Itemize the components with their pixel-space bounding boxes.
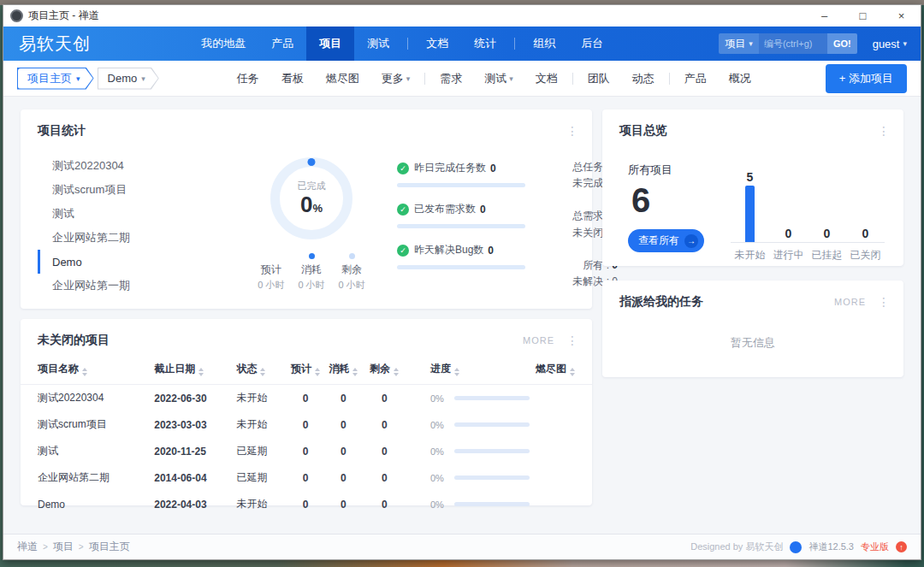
sort-icon bbox=[315, 368, 320, 376]
nav-item-org[interactable]: 组织 bbox=[520, 27, 568, 61]
crumb-project-home[interactable]: 项目主页 ▾ bbox=[17, 68, 94, 90]
check-icon: ✓ bbox=[397, 162, 409, 174]
status-badge: 未开始 bbox=[236, 491, 286, 517]
list-item[interactable]: 测试 bbox=[38, 202, 233, 226]
toolbar-divider bbox=[669, 73, 670, 85]
more-link[interactable]: MORE bbox=[834, 297, 866, 307]
my-tasks-card: 指派给我的任务 MORE ⋮ 暂无信息 bbox=[602, 281, 903, 377]
list-item[interactable]: 企业网站第二期 bbox=[38, 226, 233, 250]
sort-icon bbox=[454, 368, 459, 376]
check-icon: ✓ bbox=[397, 245, 409, 257]
column-header[interactable]: 预计 bbox=[287, 357, 324, 385]
progress-bar bbox=[397, 183, 525, 187]
tab-story[interactable]: 需求 bbox=[429, 71, 473, 86]
card-title: 项目统计 bbox=[38, 123, 86, 139]
check-icon: ✓ bbox=[397, 204, 409, 216]
kebab-menu-icon[interactable]: ⋮ bbox=[878, 296, 890, 308]
progress-bar bbox=[454, 502, 530, 506]
nav-menu: 我的地盘 产品 项目 测试 文档 统计 组织 后台 bbox=[188, 27, 616, 61]
progress-bar bbox=[454, 422, 530, 427]
sort-icon bbox=[82, 368, 87, 376]
list-item[interactable]: 测试scrum项目 bbox=[38, 178, 233, 202]
search-input[interactable] bbox=[759, 33, 827, 54]
kebab-menu-icon[interactable]: ⋮ bbox=[566, 334, 578, 346]
metric-stories-released: ✓ 已发布需求数 0 bbox=[397, 202, 525, 228]
kebab-menu-icon[interactable]: ⋮ bbox=[878, 125, 890, 137]
footer-crumb[interactable]: 项目 bbox=[53, 540, 74, 554]
project-list: 测试20220304 测试scrum项目 测试 企业网站第二期 Demo 企业网… bbox=[38, 149, 233, 301]
bar-wait: 5 bbox=[731, 170, 769, 242]
table-row[interactable]: 测试 2020-11-25 已延期 0 0 0 0% bbox=[21, 438, 592, 464]
tab-task[interactable]: 任务 bbox=[226, 71, 270, 86]
table-row[interactable]: 测试scrum项目 2023-03-03 未开始 0 0 0 0% bbox=[21, 411, 592, 438]
status-badge: 未开始 bbox=[236, 385, 286, 412]
progress-bar bbox=[397, 265, 525, 269]
nav-item-doc[interactable]: 文档 bbox=[413, 27, 461, 61]
bar-closed: 0 bbox=[846, 227, 885, 242]
close-button[interactable]: × bbox=[882, 5, 921, 27]
progress-bar bbox=[454, 449, 530, 453]
more-link[interactable]: MORE bbox=[523, 335, 554, 346]
project-overview-card: 项目总览 ⋮ 所有项目 6 查看所有 → bbox=[602, 109, 903, 266]
tab-burndown[interactable]: 燃尽图 bbox=[315, 71, 370, 86]
zentao-logo-icon bbox=[790, 541, 802, 553]
tab-team[interactable]: 团队 bbox=[577, 71, 621, 86]
footer-crumb[interactable]: 禅道 bbox=[17, 540, 38, 554]
table-row[interactable]: Demo 2022-04-03 未开始 0 0 0 0% bbox=[21, 491, 592, 517]
chevron-down-icon: ▾ bbox=[509, 74, 513, 83]
tab-product[interactable]: 产品 bbox=[673, 71, 718, 86]
tab-kanban[interactable]: 看板 bbox=[270, 71, 315, 86]
tab-more[interactable]: 更多▾ bbox=[370, 71, 422, 86]
card-title: 未关闭的项目 bbox=[38, 333, 110, 348]
nav-item-project[interactable]: 项目 bbox=[306, 27, 354, 61]
column-header[interactable]: 项目名称 bbox=[21, 357, 154, 385]
column-header[interactable]: 燃尽图 bbox=[536, 357, 592, 385]
nav-item-admin[interactable]: 后台 bbox=[568, 27, 616, 61]
main-content: 项目统计 ⋮ 测试20220304 测试scrum项目 测试 企业网站第二期 D… bbox=[3, 97, 921, 534]
legend-dot bbox=[309, 253, 315, 259]
nav-item-stats[interactable]: 统计 bbox=[461, 27, 509, 61]
minimize-button[interactable]: – bbox=[805, 5, 844, 27]
list-item[interactable]: 企业网站第一期 bbox=[38, 274, 233, 298]
view-all-button[interactable]: 查看所有 → bbox=[628, 229, 704, 252]
project-status-bar-chart: 5 0 0 0 bbox=[731, 151, 885, 263]
nav-divider bbox=[407, 38, 408, 50]
toolbar-menu: 任务 看板 燃尽图 更多▾ 需求 测试▾ 文档 团队 动态 产品 概况 bbox=[226, 71, 762, 86]
tab-overview[interactable]: 概况 bbox=[718, 71, 762, 86]
table-row[interactable]: 测试20220304 2022-06-30 未开始 0 0 0 0% bbox=[21, 385, 592, 412]
go-button[interactable]: GO! bbox=[827, 33, 857, 54]
project-stats-card: 项目统计 ⋮ 测试20220304 测试scrum项目 测试 企业网站第二期 D… bbox=[21, 109, 592, 309]
footer-crumb[interactable]: 项目主页 bbox=[89, 540, 130, 554]
column-header[interactable]: 截止日期 bbox=[154, 357, 236, 385]
nav-item-test[interactable]: 测试 bbox=[354, 27, 402, 61]
titlebar: 项目主页 - 禅道 – □ × bbox=[3, 5, 921, 27]
chevron-down-icon: ▾ bbox=[406, 74, 411, 83]
donut-marker-dot bbox=[308, 158, 316, 166]
app-window: 项目主页 - 禅道 – □ × 易软天创 我的地盘 产品 项目 测试 文档 统计… bbox=[3, 4, 921, 560]
tab-doc[interactable]: 文档 bbox=[524, 71, 569, 86]
column-header[interactable]: 剩余 bbox=[363, 357, 406, 385]
tab-test[interactable]: 测试▾ bbox=[473, 71, 524, 86]
search-scope-dropdown[interactable]: 项目 ▾ bbox=[719, 33, 759, 54]
column-header[interactable]: 状态 bbox=[236, 357, 286, 385]
maximize-button[interactable]: □ bbox=[844, 5, 882, 27]
edition-link[interactable]: 专业版 bbox=[861, 540, 889, 553]
list-item-active[interactable]: Demo bbox=[38, 250, 233, 274]
column-header[interactable]: 消耗 bbox=[324, 357, 362, 385]
upgrade-icon[interactable]: ↑ bbox=[896, 541, 907, 552]
nav-item-product[interactable]: 产品 bbox=[258, 27, 306, 61]
bar bbox=[745, 186, 755, 242]
tab-dynamic[interactable]: 动态 bbox=[621, 71, 666, 86]
brand-logo[interactable]: 易软天创 bbox=[3, 32, 106, 56]
user-menu[interactable]: guest ▾ bbox=[873, 38, 907, 50]
add-project-button[interactable]: + 添加项目 bbox=[826, 64, 907, 93]
kebab-menu-icon[interactable]: ⋮ bbox=[566, 125, 578, 137]
sort-icon bbox=[198, 368, 204, 376]
toolbar-divider bbox=[572, 73, 573, 85]
crumb-current-project[interactable]: Demo ▾ bbox=[98, 68, 159, 90]
list-item[interactable]: 测试20220304 bbox=[38, 154, 233, 178]
version-label: 禅道12.5.3 bbox=[808, 540, 854, 553]
table-row[interactable]: 企业网站第二期 2014-06-04 已延期 0 0 0 0% bbox=[21, 464, 592, 491]
column-header[interactable]: 进度 bbox=[406, 357, 536, 385]
nav-item-my[interactable]: 我的地盘 bbox=[188, 27, 258, 61]
